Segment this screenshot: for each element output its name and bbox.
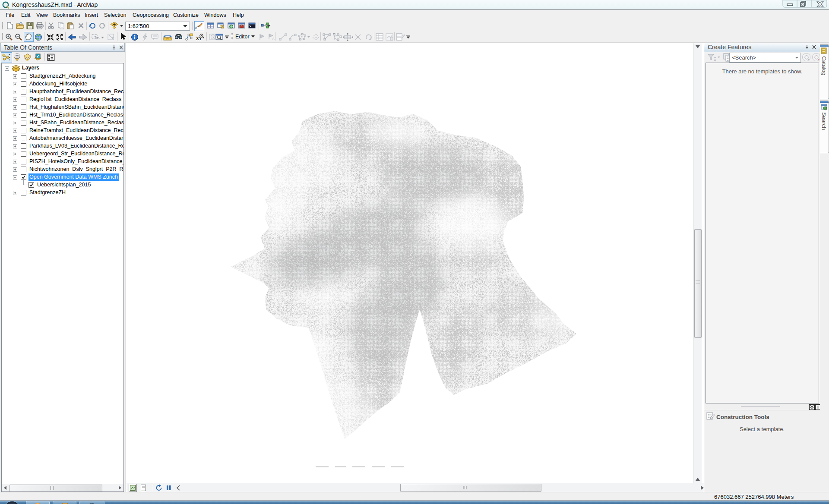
svg-text:A: A	[272, 37, 275, 41]
